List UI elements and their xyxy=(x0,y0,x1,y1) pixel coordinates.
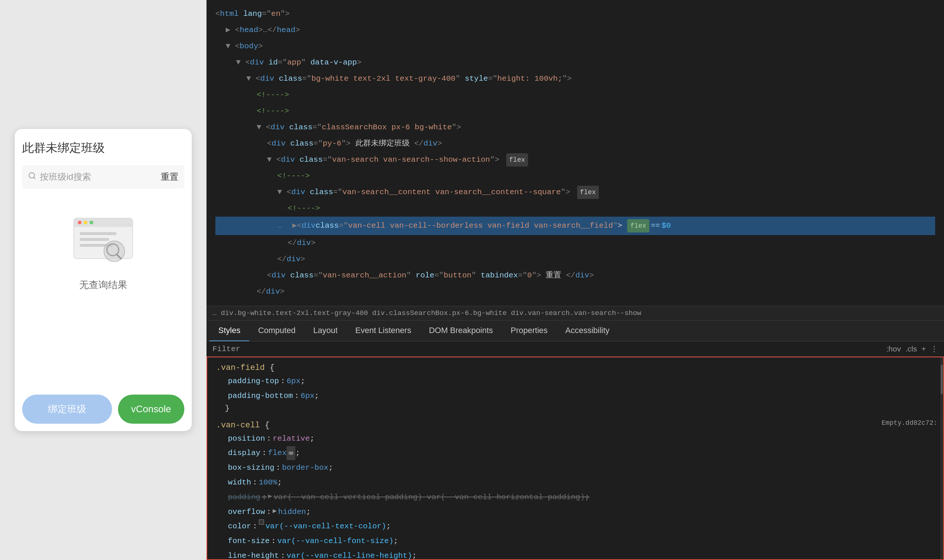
filter-controls: :hov .cls + ⋮ xyxy=(887,345,938,353)
tree-line[interactable]: ▼ <div class="van-search__content van-se… xyxy=(215,184,935,200)
svg-point-0 xyxy=(29,173,35,178)
tree-line[interactable]: ▼ <div class="bg-white text-2xl text-gra… xyxy=(215,71,935,87)
devtools-panel: <html lang="en"> ▶ <head>…</head> ▼ <bod… xyxy=(207,0,944,560)
css-property: overflow: ▶ hidden; xyxy=(216,505,935,520)
css-property: display: flex ; xyxy=(216,446,935,460)
reset-button[interactable]: 重置 xyxy=(161,171,179,183)
css-selector: .van-field { xyxy=(216,362,935,374)
flex-badge[interactable] xyxy=(287,446,295,460)
breadcrumb: … div.bg-white.text-2xl.text-gray-400 di… xyxy=(207,306,944,320)
tree-line: <!----> xyxy=(215,168,935,184)
tree-line[interactable]: ▼ <div class="van-search van-search--sho… xyxy=(215,152,935,168)
tree-line: <!----> xyxy=(215,103,935,119)
html-tree: <html lang="en"> ▶ <head>…</head> ▼ <bod… xyxy=(207,0,944,306)
css-property: line-height: var(--van-cell-line-height)… xyxy=(216,549,935,560)
svg-rect-9 xyxy=(80,238,109,241)
css-rule-van-field: .van-field { padding-top: 6px; padding-b… xyxy=(207,360,943,418)
vconsole-button[interactable]: vConsole xyxy=(118,395,184,424)
css-property: box-sizing: border-box; xyxy=(216,460,935,475)
tree-line: <div class="van-search__action" role="bu… xyxy=(215,268,935,284)
tab-accessibility[interactable]: Accessibility xyxy=(557,320,619,341)
tab-layout[interactable]: Layout xyxy=(304,320,346,341)
tab-properties[interactable]: Properties xyxy=(502,320,557,341)
css-property: font-size: var(--van-cell-font-size); xyxy=(216,534,935,549)
css-property: color: var(--van-cell-text-color); xyxy=(216,519,935,534)
filter-add-button[interactable]: + xyxy=(921,345,926,353)
tree-line[interactable]: ▶ <head>…</head> xyxy=(215,22,935,38)
tab-event-listeners[interactable]: Event Listeners xyxy=(347,320,420,341)
tree-line[interactable]: ▼ <div id="app" data-v-app> xyxy=(215,54,935,71)
empty-illustration xyxy=(66,211,140,270)
tree-line[interactable]: ▼ <div class="classSearchBox px-6 bg-whi… xyxy=(215,119,935,135)
mobile-content: 此群未绑定班级 按班级id搜索 重置 xyxy=(15,129,192,387)
filter-cls-button[interactable]: .cls xyxy=(905,345,917,353)
svg-rect-8 xyxy=(80,232,117,235)
svg-line-1 xyxy=(34,177,35,179)
tree-line: </div> xyxy=(215,235,935,251)
devtools-tabs: Styles Computed Layout Event Listeners D… xyxy=(207,320,944,342)
tree-line-highlighted[interactable]: … ▶ <div class="van-cell van-cell--borde… xyxy=(215,217,935,235)
svg-rect-16 xyxy=(292,452,293,454)
bind-class-button[interactable]: 绑定班级 xyxy=(22,395,112,424)
svg-point-5 xyxy=(78,221,82,225)
svg-rect-14 xyxy=(289,452,290,454)
tree-line: </div> xyxy=(215,251,935,268)
tab-dom-breakpoints[interactable]: DOM Breakpoints xyxy=(420,320,502,341)
left-panel: 此群未绑定班级 按班级id搜索 重置 xyxy=(0,0,207,560)
tree-line: </div> xyxy=(215,284,935,300)
css-property: padding-top: 6px; xyxy=(216,374,935,389)
mobile-footer: 绑定班级 vConsole xyxy=(15,387,192,431)
tree-line[interactable]: ▼ <body> xyxy=(215,38,935,54)
tab-styles[interactable]: Styles xyxy=(210,320,249,341)
filter-label: Filter xyxy=(212,345,241,353)
search-input-placeholder[interactable]: 按班级id搜索 xyxy=(40,171,157,183)
svg-point-6 xyxy=(84,221,87,225)
breadcrumb-item[interactable]: div.van-search.van-search--show xyxy=(511,309,641,317)
empty-state: 无查询结果 xyxy=(22,211,184,291)
tab-computed[interactable]: Computed xyxy=(249,320,305,341)
empty-text: 无查询结果 xyxy=(79,278,127,291)
styles-content: .van-field { padding-top: 6px; padding-b… xyxy=(207,357,944,560)
tree-line[interactable]: <div class="py-6"> 此群未绑定班级 </div> xyxy=(215,135,935,152)
file-reference: Empty.dd82c72: xyxy=(882,419,937,427)
tree-line: <!----> xyxy=(215,87,935,103)
search-bar: 按班级id搜索 重置 xyxy=(22,165,184,189)
filter-hov-button[interactable]: :hov xyxy=(887,345,901,353)
filter-more-button[interactable]: ⋮ xyxy=(930,345,938,353)
css-property: padding-bottom: 6px; xyxy=(216,389,935,403)
tree-line: <html lang="en"> xyxy=(215,6,935,22)
svg-rect-15 xyxy=(291,452,292,454)
search-icon xyxy=(28,172,36,182)
css-selector: .van-cell { xyxy=(216,419,935,431)
breadcrumb-item[interactable]: div.bg-white.text-2xl.text-gray-400 xyxy=(221,309,368,317)
tree-line: <!----> xyxy=(215,200,935,217)
mobile-container: 此群未绑定班级 按班级id搜索 重置 xyxy=(15,129,192,431)
css-rule-van-cell: Empty.dd82c72: .van-cell { position: rel… xyxy=(207,418,943,560)
css-property: position: relative; xyxy=(216,431,935,446)
svg-point-7 xyxy=(89,221,93,225)
svg-rect-4 xyxy=(74,223,133,227)
breadcrumb-item[interactable]: div.classSearchBox.px-6.bg-white xyxy=(372,309,507,317)
css-property: width: 100%; xyxy=(216,475,935,490)
filter-bar: Filter :hov .cls + ⋮ xyxy=(207,342,944,357)
page-title: 此群未绑定班级 xyxy=(22,140,184,156)
css-property: padding: ▶ var(--van-cell-vertical-paddi… xyxy=(216,490,935,505)
